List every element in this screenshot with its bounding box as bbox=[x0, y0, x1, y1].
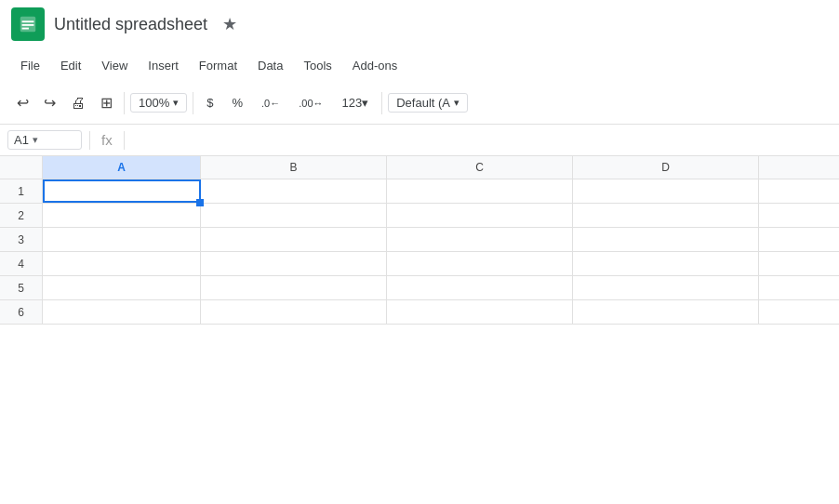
grid-container: A B C D 1 2 3 bbox=[0, 156, 839, 325]
cell-b5[interactable] bbox=[201, 276, 387, 299]
table-row: 1 bbox=[0, 179, 839, 204]
cell-ref-value: A1 bbox=[14, 133, 29, 147]
row-number-3: 3 bbox=[0, 228, 43, 251]
cell-d3[interactable] bbox=[573, 228, 759, 251]
cell-d1[interactable] bbox=[573, 179, 759, 203]
undo-button[interactable]: ↩ bbox=[11, 90, 34, 115]
svg-rect-1 bbox=[22, 20, 34, 22]
cell-c1[interactable] bbox=[387, 179, 573, 203]
currency-button[interactable]: $ bbox=[199, 92, 220, 113]
cell-c5[interactable] bbox=[387, 276, 573, 299]
grid-rows: 1 2 3 4 bbox=[0, 179, 839, 325]
menu-insert[interactable]: Insert bbox=[139, 54, 188, 77]
cell-d6[interactable] bbox=[573, 300, 759, 324]
toolbar-divider-1 bbox=[124, 92, 125, 114]
cell-c3[interactable] bbox=[387, 228, 573, 251]
cell-b6[interactable] bbox=[201, 300, 387, 324]
row-number-5: 5 bbox=[0, 276, 43, 299]
toolbar: ↩ ↪ 🖨 ⊞ 100% ▾ $ % .0← .00↔ 123▾ Default… bbox=[0, 82, 839, 125]
table-row: 3 bbox=[0, 228, 839, 252]
table-row: 6 bbox=[0, 300, 839, 325]
font-selector[interactable]: Default (A ▾ bbox=[388, 93, 468, 113]
decimal-increase-button[interactable]: .00↔ bbox=[291, 94, 330, 113]
menu-edit[interactable]: Edit bbox=[51, 54, 90, 77]
star-icon[interactable]: ★ bbox=[222, 14, 237, 34]
col-header-a[interactable]: A bbox=[43, 156, 201, 179]
row-number-1: 1 bbox=[0, 179, 43, 203]
percent-button[interactable]: % bbox=[224, 92, 250, 113]
cell-b4[interactable] bbox=[201, 252, 387, 275]
zoom-selector[interactable]: 100% ▾ bbox=[130, 93, 187, 113]
zoom-arrow-icon: ▾ bbox=[173, 97, 179, 109]
number-format-button[interactable]: 123▾ bbox=[335, 92, 377, 113]
toolbar-divider-3 bbox=[381, 92, 382, 114]
table-row: 2 bbox=[0, 204, 839, 228]
cell-c2[interactable] bbox=[387, 204, 573, 227]
menu-file[interactable]: File bbox=[11, 54, 49, 77]
cell-b3[interactable] bbox=[201, 228, 387, 251]
app-logo bbox=[11, 7, 45, 41]
row-number-6: 6 bbox=[0, 300, 43, 324]
row-number-4: 4 bbox=[0, 252, 43, 275]
cell-a1[interactable] bbox=[43, 179, 201, 203]
col-header-b[interactable]: B bbox=[201, 156, 387, 179]
title-bar: Untitled spreadsheet ★ bbox=[0, 0, 839, 48]
col-header-c[interactable]: C bbox=[387, 156, 573, 179]
cell-d4[interactable] bbox=[573, 252, 759, 275]
menu-addons[interactable]: Add-ons bbox=[343, 54, 406, 77]
cell-a5[interactable] bbox=[43, 276, 201, 299]
table-row: 5 bbox=[0, 276, 839, 300]
table-row: 4 bbox=[0, 252, 839, 276]
fx-icon: fx bbox=[98, 132, 116, 148]
cell-c4[interactable] bbox=[387, 252, 573, 275]
print-button[interactable]: 🖨 bbox=[65, 91, 91, 115]
toolbar-divider-2 bbox=[193, 92, 193, 114]
cell-a4[interactable] bbox=[43, 252, 201, 275]
cell-d5[interactable] bbox=[573, 276, 759, 299]
cell-reference-box[interactable]: A1 ▾ bbox=[7, 130, 82, 150]
menu-tools[interactable]: Tools bbox=[294, 54, 340, 77]
col-header-d[interactable]: D bbox=[573, 156, 759, 179]
cell-d2[interactable] bbox=[573, 204, 759, 227]
cell-ref-dropdown-icon[interactable]: ▾ bbox=[33, 134, 38, 146]
column-headers: A B C D bbox=[0, 156, 839, 179]
cell-a2[interactable] bbox=[43, 204, 201, 227]
cell-a6[interactable] bbox=[43, 300, 201, 324]
menu-view[interactable]: View bbox=[92, 54, 137, 77]
fill-handle[interactable] bbox=[196, 199, 204, 206]
formula-bar: A1 ▾ fx bbox=[0, 125, 839, 156]
menu-bar: File Edit View Insert Format Data Tools … bbox=[0, 48, 839, 82]
row-number-2: 2 bbox=[0, 204, 43, 227]
redo-button[interactable]: ↪ bbox=[38, 90, 61, 115]
decimal-decrease-button[interactable]: .0← bbox=[254, 94, 287, 113]
zoom-value: 100% bbox=[139, 96, 169, 110]
formula-bar-divider bbox=[89, 131, 90, 150]
cell-a3[interactable] bbox=[43, 228, 201, 251]
font-label: Default (A bbox=[396, 96, 450, 110]
menu-data[interactable]: Data bbox=[248, 54, 292, 77]
cell-c6[interactable] bbox=[387, 300, 573, 324]
formula-input[interactable] bbox=[132, 133, 832, 147]
document-title[interactable]: Untitled spreadsheet bbox=[54, 15, 207, 34]
formula-bar-divider2 bbox=[124, 131, 125, 150]
menu-format[interactable]: Format bbox=[190, 54, 246, 77]
svg-rect-3 bbox=[22, 28, 29, 30]
format-paint-button[interactable]: ⊞ bbox=[95, 90, 118, 115]
corner-cell bbox=[0, 156, 43, 179]
svg-rect-2 bbox=[22, 24, 34, 26]
cell-b1[interactable] bbox=[201, 179, 387, 203]
cell-b2[interactable] bbox=[201, 204, 387, 227]
font-arrow-icon: ▾ bbox=[454, 97, 459, 109]
